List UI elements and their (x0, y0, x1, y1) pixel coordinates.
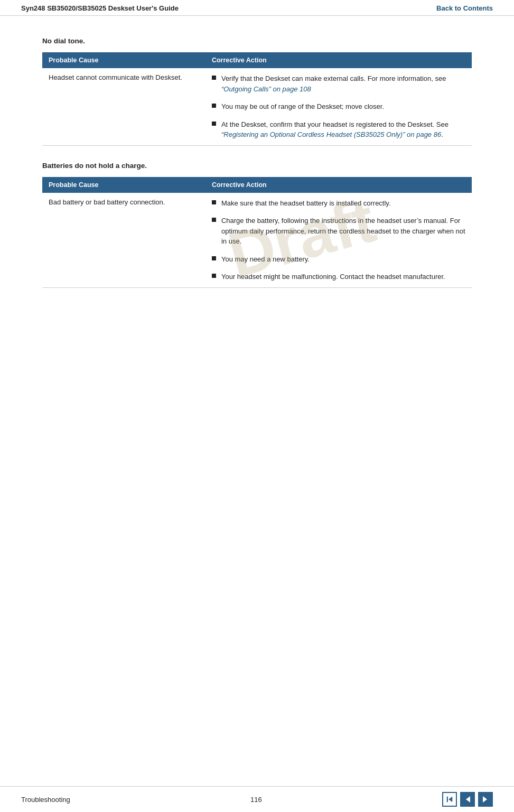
footer-section-label: Troubleshooting (21, 796, 70, 804)
list-item: Make sure that the headset battery is in… (212, 198, 465, 209)
action-text: Make sure that the headset battery is in… (221, 198, 465, 209)
list-item: Your headset might be malfunctioning. Co… (212, 272, 465, 282)
nav-first-icon (446, 796, 453, 803)
nav-first-button[interactable] (442, 792, 457, 807)
section-heading-batteries: Batteries do not hold a charge. (42, 162, 472, 170)
nav-next-button[interactable] (478, 792, 493, 807)
svg-rect-1 (447, 797, 448, 802)
document-title: Syn248 SB35020/SB35025 Deskset User's Gu… (21, 4, 179, 12)
nav-prev-button[interactable] (460, 792, 475, 807)
cause-cell: Bad battery or bad battery connection. (42, 193, 205, 288)
action-list: Make sure that the headset battery is in… (212, 198, 465, 282)
table1-col2-header: Corrective Action (205, 52, 472, 68)
action-cell: Verify that the Deskset can make externa… (205, 68, 472, 145)
svg-marker-0 (448, 797, 452, 802)
action-cell: Make sure that the headset battery is in… (205, 193, 472, 288)
section-heading-no-dial-tone: No dial tone. (42, 37, 472, 45)
nav-next-icon (481, 795, 490, 804)
batteries-table: Probable Cause Corrective Action Bad bat… (42, 177, 472, 288)
registering-headset-link[interactable]: “Registering an Optional Cordless Headse… (221, 130, 441, 138)
list-item: Charge the battery, following the instru… (212, 216, 465, 247)
table-row: Headset cannot communicate with Deskset.… (42, 68, 472, 145)
nav-prev-icon (463, 795, 472, 804)
bullet-icon (212, 200, 216, 204)
footer-navigation (442, 792, 493, 807)
action-text: At the Deskset, confirm that your headse… (221, 119, 465, 140)
page-header: Syn248 SB35020/SB35025 Deskset User's Gu… (0, 0, 514, 16)
action-text: Your headset might be malfunctioning. Co… (221, 272, 465, 282)
action-text: Charge the battery, following the instru… (221, 216, 465, 247)
action-text: You may be out of range of the Deskset; … (221, 101, 465, 112)
no-dial-tone-table: Probable Cause Corrective Action Headset… (42, 52, 472, 146)
bullet-icon (212, 274, 216, 278)
list-item: You may be out of range of the Deskset; … (212, 101, 465, 112)
outgoing-calls-link[interactable]: “Outgoing Calls” on page 108 (221, 85, 311, 93)
action-text: You may need a new battery. (221, 254, 465, 265)
bullet-icon (212, 256, 216, 260)
table2-col1-header: Probable Cause (42, 177, 205, 193)
main-content: No dial tone. Probable Cause Corrective … (0, 16, 514, 320)
action-list: Verify that the Deskset can make externa… (212, 73, 465, 140)
bullet-icon (212, 218, 216, 222)
bullet-icon (212, 104, 216, 108)
table1-col1-header: Probable Cause (42, 52, 205, 68)
footer-page-number: 116 (250, 796, 262, 804)
table2-col2-header: Corrective Action (205, 177, 472, 193)
svg-marker-2 (466, 796, 470, 802)
list-item: At the Deskset, confirm that your headse… (212, 119, 465, 140)
page-footer: Troubleshooting 116 (0, 786, 514, 812)
bullet-icon (212, 122, 216, 126)
svg-marker-3 (483, 796, 487, 802)
back-to-contents-link[interactable]: Back to Contents (436, 4, 493, 12)
table-row: Bad battery or bad battery connection. M… (42, 193, 472, 288)
bullet-icon (212, 76, 216, 80)
list-item: You may need a new battery. (212, 254, 465, 265)
list-item: Verify that the Deskset can make externa… (212, 73, 465, 94)
action-text: Verify that the Deskset can make externa… (221, 73, 465, 94)
cause-cell: Headset cannot communicate with Deskset. (42, 68, 205, 145)
